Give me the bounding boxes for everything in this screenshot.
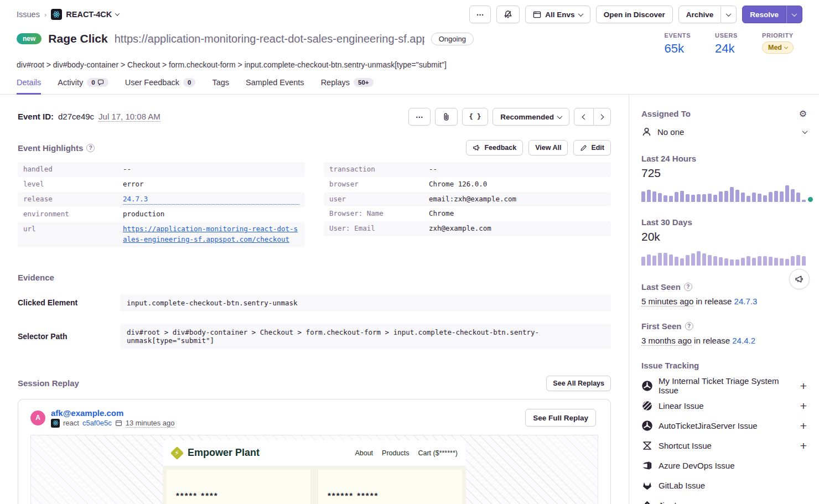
- tab-user-feedback[interactable]: User Feedback0: [125, 78, 196, 95]
- help-icon[interactable]: ?: [684, 283, 692, 291]
- add-issue-link-button[interactable]: +: [800, 420, 807, 432]
- first-seen-release-link[interactable]: 24.4.2: [732, 336, 755, 345]
- tab-label: Sampled Events: [246, 78, 304, 87]
- site-nav-item[interactable]: About: [355, 449, 373, 457]
- last-30d-title: Last 30 Days: [641, 217, 807, 227]
- replay-time-ago[interactable]: 13 minutes ago: [126, 419, 175, 428]
- copy-link-button[interactable]: [435, 108, 458, 126]
- add-issue-link-button[interactable]: +: [800, 380, 807, 392]
- issue-tracking-label[interactable]: My Internal Ticket Triage System Issue: [659, 376, 794, 395]
- highlight-value: Chrome 126.0.0: [429, 179, 605, 190]
- resolve-button[interactable]: Resolve: [742, 6, 786, 23]
- replay-viewport[interactable]: ⚡ Empower Plant AboutProductsCart ($****…: [30, 435, 598, 504]
- histogram-bar: [802, 256, 806, 266]
- project-selector[interactable]: REACT-4CK: [51, 9, 119, 20]
- mute-alerts-button[interactable]: [496, 6, 520, 23]
- issue-tracking-label[interactable]: Jira Issue: [659, 501, 807, 504]
- event-sort-dropdown[interactable]: Recommended: [493, 108, 569, 126]
- histogram-bar: [774, 258, 778, 266]
- highlight-row: levelerror: [18, 177, 305, 192]
- site-nav-item[interactable]: Products: [382, 449, 409, 457]
- issue-tracking-label[interactable]: Azure DevOps Issue: [659, 461, 807, 470]
- histogram-bar: [669, 196, 673, 202]
- add-issue-link-button[interactable]: +: [800, 440, 807, 451]
- last-seen-ago[interactable]: 5 minutes ago: [641, 297, 693, 306]
- highlight-value-link[interactable]: 24.7.3: [123, 194, 299, 205]
- tab-details[interactable]: Details: [17, 78, 41, 95]
- gitlab-icon: [642, 480, 652, 491]
- feedback-button[interactable]: Feedback: [466, 140, 523, 155]
- highlight-value-link[interactable]: https://application-monitoring-react-dot…: [123, 224, 299, 245]
- issue-culprit: div#root > div#body-container > Checkout…: [0, 56, 819, 69]
- replay-user-email-link[interactable]: afk@example.com: [51, 408, 175, 418]
- issue-tracking-label[interactable]: AutoTicketJiraServer Issue: [659, 421, 794, 430]
- evidence-value: input.complete-checkout-btn.sentry-unmas…: [120, 294, 611, 311]
- last-seen-release-link[interactable]: 24.7.3: [734, 297, 758, 306]
- environment-filter-button[interactable]: All Envs: [525, 6, 590, 23]
- replay-id-link[interactable]: c5af0e5c: [82, 419, 112, 427]
- assigned-to-title: Assigned To: [641, 109, 691, 118]
- tab-sampled-events[interactable]: Sampled Events: [246, 78, 304, 95]
- view-all-button[interactable]: View All: [528, 140, 568, 155]
- issue-tracking-item: Shortcut Issue+: [641, 435, 807, 455]
- site-nav-item[interactable]: Cart ($******): [418, 449, 458, 457]
- add-issue-link-button[interactable]: +: [800, 400, 807, 412]
- help-icon[interactable]: ?: [685, 322, 693, 330]
- priority-selector[interactable]: Med: [762, 41, 794, 54]
- assignee-selector[interactable]: No one: [641, 127, 807, 137]
- histogram-bar: [724, 191, 728, 202]
- issue-tracking-label[interactable]: GitLab Issue: [659, 481, 807, 490]
- issue-tracking-label[interactable]: Shortcut Issue: [659, 441, 794, 450]
- see-all-replays-button[interactable]: See All Replays: [546, 376, 611, 391]
- new-badge: new: [17, 33, 42, 44]
- histogram-bar: [785, 259, 789, 266]
- last-seen-value: 5 minutes ago in release 24.7.3: [641, 297, 807, 306]
- tab-activity[interactable]: Activity0: [58, 78, 108, 95]
- highlight-key: User: Email: [329, 224, 429, 234]
- highlight-row: transaction--: [324, 162, 611, 177]
- histogram-bar: [769, 257, 773, 266]
- next-event-button[interactable]: [594, 108, 611, 126]
- histogram-bar: [758, 256, 761, 266]
- highlight-value: Chrome: [429, 209, 605, 219]
- issue-tracking-item: Jira Issue: [641, 495, 807, 504]
- tab-replays[interactable]: Replays50+: [321, 78, 374, 95]
- histogram-bar: [641, 191, 645, 202]
- event-timestamp[interactable]: Jul 17, 10:08 AM: [99, 112, 160, 122]
- histogram-bar: [747, 196, 750, 202]
- archive-dropdown-button[interactable]: [721, 6, 737, 23]
- help-icon[interactable]: ?: [86, 144, 95, 152]
- event-id-row: Event ID: d27ce49c Jul 17, 10:08 AM: [18, 112, 160, 122]
- site-product-card: ****** ********* ****** ***** *** ******…: [318, 470, 462, 504]
- event-more-button[interactable]: ⋯: [408, 108, 431, 126]
- histogram-bar: [780, 191, 784, 202]
- see-full-replay-button[interactable]: See Full Replay: [525, 409, 596, 427]
- issue-tracking-label[interactable]: Linear Issue: [659, 401, 794, 411]
- breadcrumb-issues-link[interactable]: Issues: [17, 10, 40, 19]
- edit-button[interactable]: Edit: [573, 140, 611, 155]
- chevron-down-icon: [557, 113, 563, 119]
- histogram-bar: [741, 193, 745, 202]
- archive-button[interactable]: Archive: [678, 6, 722, 23]
- histogram-bar: [713, 195, 717, 202]
- event-highlights-tables: handled--levelerrorrelease24.7.3environm…: [18, 162, 611, 247]
- more-actions-button[interactable]: ⋯: [469, 6, 491, 23]
- highlight-row: Browser: NameChrome: [324, 206, 611, 221]
- gear-icon[interactable]: ⚙: [799, 110, 807, 118]
- previous-event-button[interactable]: [574, 108, 594, 126]
- highlight-row: urlhttps://application-monitoring-react-…: [18, 222, 305, 247]
- open-in-discover-button[interactable]: Open in Discover: [596, 6, 673, 23]
- users-count[interactable]: 24k: [715, 41, 738, 56]
- tab-tags[interactable]: Tags: [212, 78, 229, 95]
- view-json-button[interactable]: { }: [462, 108, 489, 126]
- resolve-dropdown-button[interactable]: [786, 6, 802, 23]
- page-header: Issues › REACT-4CK ⋯ All Envs: [0, 0, 819, 95]
- histogram-bar: [752, 193, 756, 202]
- first-seen-ago[interactable]: 3 months ago: [641, 336, 692, 346]
- highlight-row: User: Emailzxh@example.com: [324, 221, 611, 236]
- issue-tracking-item: My Internal Ticket Triage System Issue+: [641, 376, 807, 396]
- events-count[interactable]: 65k: [664, 41, 691, 56]
- highlight-row: release24.7.3: [18, 192, 305, 207]
- histogram-bar: [752, 258, 756, 266]
- feedback-fab[interactable]: [789, 269, 810, 289]
